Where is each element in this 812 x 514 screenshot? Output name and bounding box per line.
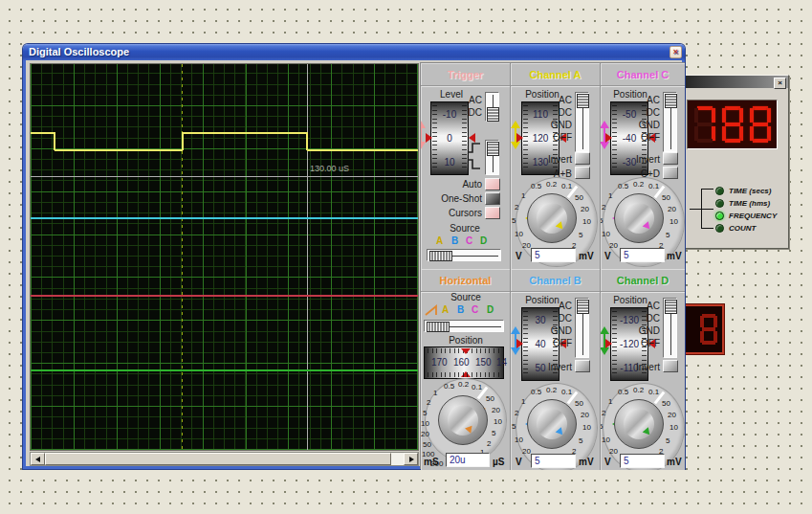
ac-label: AC (459, 95, 482, 105)
cursors-button[interactable] (485, 207, 500, 219)
mode-bracket (701, 209, 713, 210)
source-c-label: C (472, 304, 478, 315)
source-slider-thumb[interactable] (427, 322, 450, 332)
millivolts-unit-label: mV (579, 457, 594, 467)
trigger-source-slider[interactable] (427, 249, 501, 261)
millivolts-unit-label: mV (667, 457, 682, 467)
screen-scrollbar[interactable] (30, 452, 419, 466)
dc-label: DC (539, 313, 572, 324)
invert-label: Invert (620, 362, 660, 372)
dc-label: DC (627, 313, 660, 324)
window-titlebar[interactable]: Digital Oscilloscope × (23, 44, 685, 60)
scope-screen[interactable]: 130.00 uS (30, 63, 419, 451)
knob-scale: 20 (581, 205, 589, 213)
knob-scale: 10 (494, 417, 502, 426)
knob-scale: 20 (609, 447, 618, 456)
trigger-edge-slider[interactable] (485, 140, 499, 175)
sum-button[interactable] (575, 167, 590, 179)
channel-a-gain-knob[interactable] (527, 193, 577, 243)
invert-button[interactable] (575, 152, 590, 165)
channel-d-gain-knob[interactable] (614, 399, 664, 449)
knob-scale: 20 (581, 411, 589, 419)
horizontal-source-slider[interactable] (424, 320, 504, 332)
coupling-slider-thumb[interactable] (487, 107, 499, 122)
volts-unit-label: V (604, 251, 611, 261)
off-label: OFF (539, 338, 572, 348)
invert-button[interactable] (663, 152, 678, 165)
channel-c-gain-knob[interactable] (614, 193, 664, 243)
channel-a-coupling-slider[interactable] (575, 92, 589, 152)
trigger-coupling-slider[interactable] (485, 92, 499, 122)
counter-timer-window: × TIME (secs) TIME (hms) FREQUENCY COUNT (675, 75, 789, 249)
channel-b-gain-knob[interactable] (527, 399, 577, 449)
channel-c-coupling-slider[interactable] (663, 92, 677, 152)
auto-button[interactable] (485, 178, 500, 190)
volts-unit-label: V (516, 251, 522, 261)
counter-titlebar[interactable]: × (676, 76, 788, 88)
close-icon[interactable]: × (669, 46, 682, 58)
channel-d-gain-value[interactable]: 5 (620, 454, 665, 468)
channel-c-gain-value[interactable]: 5 (620, 248, 665, 262)
scroll-right-button[interactable] (404, 453, 418, 465)
knob-scale: 2 (487, 439, 491, 448)
time-secs-led (715, 187, 724, 195)
ac-label: AC (539, 95, 572, 105)
scroll-left-button[interactable] (31, 453, 45, 465)
coupling-slider-thumb[interactable] (577, 94, 589, 108)
timebase-value[interactable]: 20u (446, 453, 490, 467)
channel-b-gain-value[interactable]: 5 (531, 454, 576, 468)
auto-label: Auto (430, 179, 482, 190)
knob-scale: 10 (669, 423, 678, 432)
channel-d-coupling-slider[interactable] (663, 298, 677, 358)
knob-scale: 0.5 (618, 388, 628, 396)
led-row: TIME (secs) (715, 185, 771, 196)
volts-unit-label: V (516, 457, 522, 467)
invert-button[interactable] (663, 360, 678, 372)
channel-c-title: Channel C (601, 63, 685, 86)
coupling-slider-thumb[interactable] (665, 94, 677, 108)
knob-scale: 0.1 (472, 383, 482, 391)
coupling-slider-thumb[interactable] (577, 300, 589, 314)
knob-scale: 20 (421, 430, 429, 438)
scrollbar-thumb[interactable] (45, 453, 391, 465)
falling-edge-icon (467, 158, 481, 170)
channel-a-trace (54, 132, 55, 150)
sum-button[interactable] (663, 167, 678, 179)
dial-pointer-bottom (461, 371, 471, 377)
knob-scale: 20 (492, 406, 500, 414)
trigger-position-marker[interactable] (182, 64, 183, 450)
knob-scale: 0.1 (648, 388, 659, 396)
source-b-label: B (457, 304, 464, 315)
coupling-slider-thumb[interactable] (665, 300, 677, 314)
window-title: Digital Oscilloscope (29, 46, 129, 57)
led-label: TIME (secs) (729, 187, 771, 195)
trigger-panel: Trigger Level -10 0 10 AC DC (421, 63, 511, 269)
arrow-right-icon (409, 457, 414, 462)
timebase-knob[interactable] (438, 395, 488, 445)
horizontal-position-dial[interactable]: 170 160 150 14 (424, 346, 504, 379)
knob-scale: 1 (433, 389, 437, 397)
cursor-horizontal-line[interactable] (31, 176, 418, 177)
knob-scale: 0.1 (561, 388, 572, 396)
off-label: OFF (539, 132, 572, 143)
level-tick: 10 (444, 157, 454, 168)
edge-slider-thumb[interactable] (487, 142, 499, 156)
dial-pointer-left (516, 339, 523, 348)
level-tick: 0 (447, 133, 452, 144)
invert-button[interactable] (575, 360, 590, 372)
knob-scale: 5 (666, 436, 669, 445)
knob-scale: 10 (602, 230, 610, 238)
knob-scale: 20 (609, 241, 618, 250)
cursor-vertical-line[interactable] (307, 64, 308, 450)
channel-a-gain-value[interactable]: 5 (531, 248, 576, 262)
horizontal-title: Horizontal (421, 269, 510, 292)
one-shot-button[interactable] (485, 192, 500, 205)
channel-c-trace (31, 295, 418, 297)
count-led (715, 224, 724, 233)
knob-scale: 0.2 (633, 180, 644, 189)
channel-b-coupling-slider[interactable] (575, 298, 589, 358)
source-slider-thumb[interactable] (429, 251, 452, 261)
invert-label: Invert (620, 154, 660, 165)
source-d-label: D (487, 304, 494, 315)
counter-close-icon[interactable]: × (774, 78, 786, 89)
